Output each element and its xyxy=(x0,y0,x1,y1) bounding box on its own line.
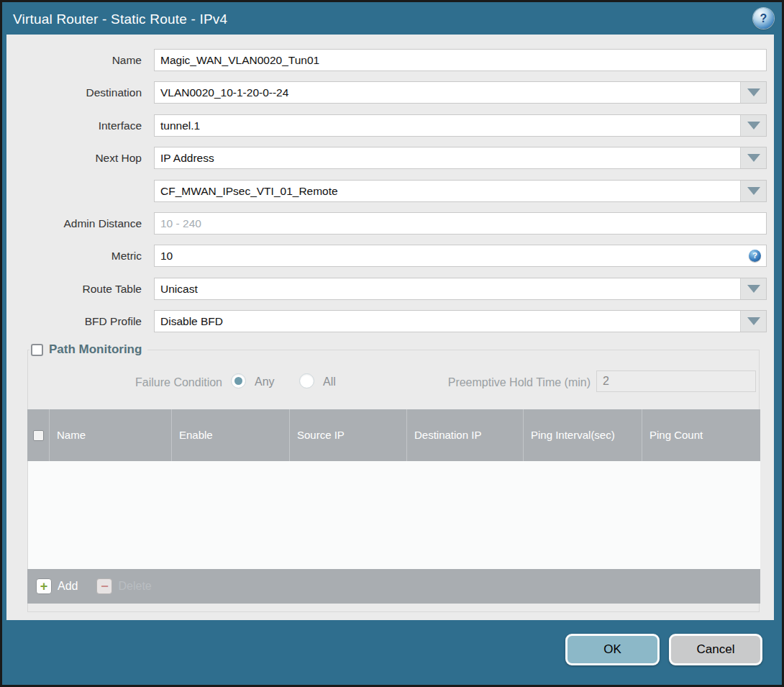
route-table-dropdown-button[interactable] xyxy=(740,278,766,299)
preemptive-hold-time-input xyxy=(596,370,756,392)
cancel-button[interactable]: Cancel xyxy=(669,634,762,665)
bfd-profile-label: BFD Profile xyxy=(6,310,148,332)
add-icon: + xyxy=(36,578,52,594)
path-monitoring-table-body xyxy=(27,461,760,569)
interface-row: Interface xyxy=(6,114,774,137)
failure-condition-any-label: Any xyxy=(255,376,275,388)
failure-condition-all-radio[interactable] xyxy=(299,373,314,388)
path-monitoring-section: Path Monitoring Failure Condition Any Al… xyxy=(27,350,760,612)
path-monitoring-table-header: Name Enable Source IP Destination IP Pin… xyxy=(27,409,760,461)
column-header-name[interactable]: Name xyxy=(49,409,171,461)
metric-row: Metric ? xyxy=(6,245,774,267)
chevron-down-icon xyxy=(747,187,760,195)
metric-label: Metric xyxy=(6,245,148,267)
chevron-down-icon xyxy=(747,88,760,96)
delete-button-label: Delete xyxy=(118,580,151,593)
column-header-ping-count[interactable]: Ping Count xyxy=(642,409,760,461)
column-header-ping-interval[interactable]: Ping Interval(sec) xyxy=(523,409,642,461)
info-icon[interactable]: ? xyxy=(749,250,761,262)
column-header-destination-ip[interactable]: Destination IP xyxy=(406,409,523,461)
name-row: Name xyxy=(6,49,774,71)
add-button[interactable]: + Add xyxy=(36,578,78,594)
help-icon[interactable]: ? xyxy=(753,8,774,29)
interface-dropdown-button[interactable] xyxy=(740,115,766,136)
bfd-profile-input[interactable] xyxy=(154,310,767,332)
select-all-checkbox[interactable] xyxy=(33,430,44,441)
ok-button[interactable]: OK xyxy=(565,634,660,665)
name-input[interactable] xyxy=(154,49,767,71)
failure-condition-any-radio[interactable] xyxy=(231,373,246,388)
interface-input[interactable] xyxy=(154,114,767,137)
bfd-profile-row: BFD Profile xyxy=(6,310,774,332)
destination-row: Destination xyxy=(6,81,774,104)
admin-distance-label: Admin Distance xyxy=(6,212,148,235)
path-monitoring-toolbar: + Add − Delete xyxy=(27,569,760,604)
delete-icon: − xyxy=(96,578,112,594)
next-hop-address-row xyxy=(6,180,774,202)
route-table-input[interactable] xyxy=(154,278,767,300)
next-hop-type-input[interactable] xyxy=(154,147,767,169)
delete-button: − Delete xyxy=(96,578,151,594)
next-hop-label: Next Hop xyxy=(6,147,148,169)
next-hop-address-dropdown-button[interactable] xyxy=(740,181,766,201)
static-route-dialog: Virtual Router - Static Route - IPv4 ? N… xyxy=(0,0,784,687)
preemptive-hold-time-label: Preemptive Hold Time (min) xyxy=(373,376,591,389)
admin-distance-row: Admin Distance xyxy=(6,212,774,235)
select-all-cell xyxy=(27,409,49,461)
metric-input[interactable] xyxy=(154,245,767,267)
route-table-label: Route Table xyxy=(6,278,148,300)
add-button-label: Add xyxy=(58,580,78,593)
path-monitoring-title: Path Monitoring xyxy=(49,342,142,357)
next-hop-row: Next Hop xyxy=(6,147,774,169)
next-hop-type-dropdown-button[interactable] xyxy=(740,147,766,168)
chevron-down-icon xyxy=(747,122,760,129)
destination-input[interactable] xyxy=(154,81,767,104)
chevron-down-icon xyxy=(747,317,760,325)
route-table-row: Route Table xyxy=(6,278,774,300)
column-header-enable[interactable]: Enable xyxy=(171,409,289,461)
failure-condition-all-label: All xyxy=(323,376,336,388)
next-hop-address-input[interactable] xyxy=(154,180,767,202)
dialog-title: Virtual Router - Static Route - IPv4 xyxy=(13,12,227,27)
admin-distance-input[interactable] xyxy=(154,212,767,235)
interface-label: Interface xyxy=(6,114,148,137)
failure-condition-label: Failure Condition xyxy=(28,376,222,389)
path-monitoring-checkbox[interactable] xyxy=(31,344,43,356)
destination-label: Destination xyxy=(6,81,148,104)
column-header-source-ip[interactable]: Source IP xyxy=(289,409,406,461)
name-label: Name xyxy=(6,49,148,71)
chevron-down-icon xyxy=(747,154,760,162)
path-monitoring-legend: Path Monitoring xyxy=(29,342,147,357)
destination-dropdown-button[interactable] xyxy=(740,82,766,103)
bfd-profile-dropdown-button[interactable] xyxy=(740,311,766,332)
form-panel: Name Destination Interface xyxy=(6,35,774,620)
radio-selected-dot xyxy=(234,377,242,385)
chevron-down-icon xyxy=(747,285,760,293)
